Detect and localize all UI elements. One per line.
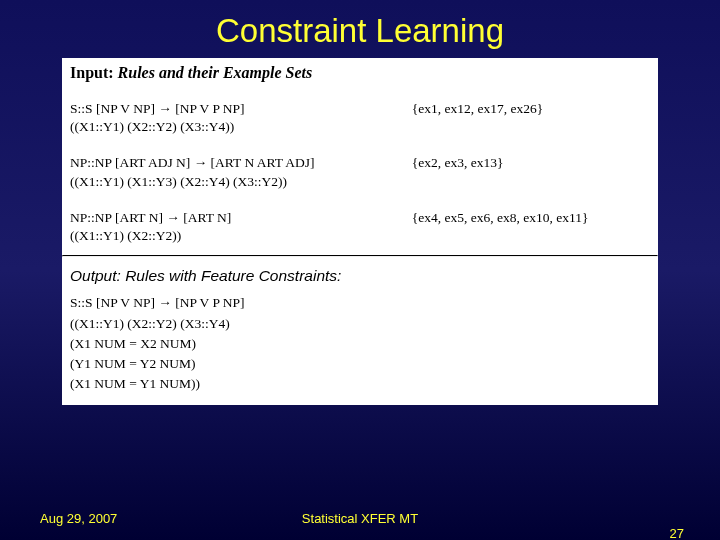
content-box: Input: Rules and their Example Sets S::S… xyxy=(62,58,658,405)
table-row: NP::NP [ART ADJ N] → [ART N ART ADJ] ((X… xyxy=(62,146,658,200)
output-line: ((X1::Y1) (X2::Y2) (X3::Y4) xyxy=(70,314,650,334)
rule-head: S::S [NP V NP] → [NP V P NP] xyxy=(70,100,400,118)
rules-table: S::S [NP V NP] → [NP V P NP] ((X1::Y1) (… xyxy=(62,92,658,255)
page-number: 27 xyxy=(670,526,684,540)
rule-cell: S::S [NP V NP] → [NP V P NP] ((X1::Y1) (… xyxy=(62,92,408,146)
output-section-label: Output: Rules with Feature Constraints: xyxy=(62,257,658,293)
rule-align: ((X1::Y1) (X2::Y2)) xyxy=(70,227,400,245)
rule-cell: NP::NP [ART N] → [ART N] ((X1::Y1) (X2::… xyxy=(62,201,408,255)
rule-align: ((X1::Y1) (X1::Y3) (X2::Y4) (X3::Y2)) xyxy=(70,173,400,191)
table-row: S::S [NP V NP] → [NP V P NP] ((X1::Y1) (… xyxy=(62,92,658,146)
rule-head: NP::NP [ART N] → [ART N] xyxy=(70,209,400,227)
output-line: (X1 NUM = Y1 NUM)) xyxy=(70,374,650,394)
footer: Aug 29, 2007 Statistical XFER MT 27 xyxy=(0,511,720,526)
rule-cell: NP::NP [ART ADJ N] → [ART N ART ADJ] ((X… xyxy=(62,146,408,200)
slide: Constraint Learning Input: Rules and the… xyxy=(0,0,720,540)
examples-cell: {ex1, ex12, ex17, ex26} xyxy=(408,92,658,146)
input-rest-text: Rules and their Example Sets xyxy=(118,64,313,81)
output-rule-block: S::S [NP V NP] → [NP V P NP] ((X1::Y1) (… xyxy=(62,293,658,404)
input-prefix: Input: xyxy=(70,64,114,81)
output-line: S::S [NP V NP] → [NP V P NP] xyxy=(70,293,650,313)
rule-align: ((X1::Y1) (X2::Y2) (X3::Y4)) xyxy=(70,118,400,136)
examples-cell: {ex2, ex3, ex13} xyxy=(408,146,658,200)
input-section-label: Input: Rules and their Example Sets xyxy=(62,58,658,92)
rule-head: NP::NP [ART ADJ N] → [ART N ART ADJ] xyxy=(70,154,400,172)
output-line: (Y1 NUM = Y2 NUM) xyxy=(70,354,650,374)
slide-title: Constraint Learning xyxy=(0,0,720,58)
footer-date: Aug 29, 2007 xyxy=(40,511,117,526)
examples-cell: {ex4, ex5, ex6, ex8, ex10, ex11} xyxy=(408,201,658,255)
table-row: NP::NP [ART N] → [ART N] ((X1::Y1) (X2::… xyxy=(62,201,658,255)
output-line: (X1 NUM = X2 NUM) xyxy=(70,334,650,354)
